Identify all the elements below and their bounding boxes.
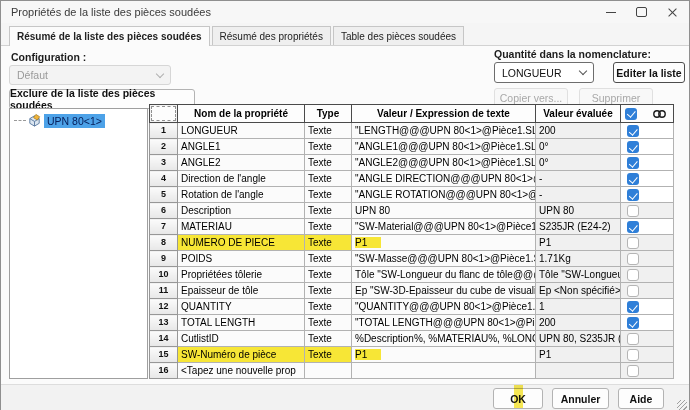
row-number[interactable]: 13 [150, 315, 178, 331]
tree-item-upn80[interactable]: UPN 80<1> [14, 113, 147, 128]
ok-button[interactable]: OK [493, 388, 543, 409]
cell-link-checkbox[interactable] [621, 267, 674, 283]
cell-link-checkbox[interactable] [621, 283, 674, 299]
row-number[interactable]: 15 [150, 347, 178, 363]
checkbox-checked[interactable] [627, 317, 639, 329]
row-number[interactable]: 4 [150, 171, 178, 187]
cell-property-name[interactable]: ANGLE2 [178, 155, 305, 171]
cell-property-name[interactable]: <Tapez une nouvelle prop [178, 363, 305, 379]
cell-type[interactable]: Texte [305, 251, 352, 267]
checkbox-checked[interactable] [627, 173, 639, 185]
cell-property-name[interactable]: QUANTITY [178, 299, 305, 315]
tab-cutlist-table[interactable]: Table des pièces soudées [333, 26, 464, 45]
cell-property-name[interactable]: Propriétées tôlerie [178, 267, 305, 283]
cell-value-expression[interactable]: "ANGLE2@@@UPN 80<1>@Pièce1.SLDPRT" [352, 155, 536, 171]
cell-type[interactable]: Texte [305, 155, 352, 171]
cell-type[interactable]: Texte [305, 219, 352, 235]
row-number[interactable]: 16 [150, 363, 178, 379]
cell-property-name[interactable]: Direction de l'angle [178, 171, 305, 187]
checkbox-unchecked[interactable] [627, 349, 639, 361]
cell-type[interactable]: Texte [305, 347, 352, 363]
cancel-button[interactable]: Annuler [552, 388, 609, 409]
cell-type[interactable]: Texte [305, 235, 352, 251]
cell-type[interactable] [305, 363, 352, 379]
cell-link-checkbox[interactable] [621, 331, 674, 347]
cell-value-expression[interactable]: "ANGLE ROTATION@@@UPN 80<1>@Pièce1.SLD [352, 187, 536, 203]
cell-property-name[interactable]: TOTAL LENGTH [178, 315, 305, 331]
cell-property-name[interactable]: SW-Numéro de pièce [178, 347, 305, 363]
cell-value-expression[interactable]: "SW-Material@@@UPN 80<1>@Pièce1.SLDPRT" [352, 219, 536, 235]
cell-property-name[interactable]: CutlistID [178, 331, 305, 347]
row-number[interactable]: 2 [150, 139, 178, 155]
row-number[interactable]: 14 [150, 331, 178, 347]
cell-value-expression[interactable]: "QUANTITY@@@UPN 80<1>@Pièce1.SLDPRT" [352, 299, 536, 315]
edit-list-button[interactable]: Editer la liste [613, 62, 685, 83]
cell-type[interactable]: Texte [305, 187, 352, 203]
help-button[interactable]: Aide [618, 388, 664, 409]
cell-link-checkbox[interactable] [621, 171, 674, 187]
maximize-button[interactable] [626, 1, 657, 23]
cell-link-checkbox[interactable] [621, 187, 674, 203]
cell-type[interactable]: Texte [305, 283, 352, 299]
checkbox-checked[interactable] [627, 301, 639, 313]
row-number[interactable]: 3 [150, 155, 178, 171]
cell-property-name[interactable]: ANGLE1 [178, 139, 305, 155]
cell-link-checkbox[interactable] [621, 251, 674, 267]
checkbox-unchecked[interactable] [627, 205, 639, 217]
cell-value-expression[interactable]: P1 [352, 235, 536, 251]
cell-value-expression[interactable]: "SW-Masse@@@UPN 80<1>@Pièce1.SLDPRT"Kg [352, 251, 536, 267]
checkbox-unchecked[interactable] [627, 253, 639, 265]
cell-value-expression[interactable]: "ANGLE1@@@UPN 80<1>@Pièce1.SLDPRT" [352, 139, 536, 155]
cell-link-checkbox[interactable] [621, 315, 674, 331]
row-number[interactable]: 9 [150, 251, 178, 267]
cell-type[interactable]: Texte [305, 139, 352, 155]
cell-link-checkbox[interactable] [621, 139, 674, 155]
tab-cutlist-summary[interactable]: Résumé de la liste des pièces soudées [9, 26, 210, 46]
checkbox-unchecked[interactable] [627, 237, 639, 249]
cell-link-checkbox[interactable] [621, 203, 674, 219]
select-all-checkbox[interactable] [625, 108, 637, 120]
checkbox-checked[interactable] [627, 141, 639, 153]
checkbox-unchecked[interactable] [627, 269, 639, 281]
cell-property-name[interactable]: NUMERO DE PIECE [178, 235, 305, 251]
resize-grip-icon[interactable] [677, 400, 687, 410]
close-button[interactable] [657, 1, 688, 23]
cell-value-expression[interactable]: "LENGTH@@@UPN 80<1>@Pièce1.SLDPRT" [352, 123, 536, 139]
cell-link-checkbox[interactable] [621, 299, 674, 315]
cell-link-checkbox[interactable] [621, 155, 674, 171]
cell-property-name[interactable]: POIDS [178, 251, 305, 267]
cell-value-expression[interactable] [352, 363, 536, 379]
cell-type[interactable]: Texte [305, 203, 352, 219]
cell-value-expression[interactable]: Tôle "SW-Longueur du flanc de tôle@@@UPN… [352, 267, 536, 283]
cell-type[interactable]: Texte [305, 299, 352, 315]
cell-type[interactable]: Texte [305, 331, 352, 347]
cell-type[interactable]: Texte [305, 315, 352, 331]
row-number[interactable]: 6 [150, 203, 178, 219]
cell-value-expression[interactable]: P1 [352, 347, 536, 363]
row-number[interactable]: 8 [150, 235, 178, 251]
configuration-select[interactable]: Défaut [9, 65, 171, 85]
cell-value-expression[interactable]: %Description%, %MATERIAU%, %LONGUEUR%, % [352, 331, 536, 347]
cell-property-name[interactable]: MATERIAU [178, 219, 305, 235]
checkbox-checked[interactable] [627, 221, 639, 233]
column-header-value[interactable]: Valeur / Expression de texte [352, 105, 536, 123]
cell-value-expression[interactable]: "TOTAL LENGTH@@@UPN 80<1>@Pièce1.SLDPRT [352, 315, 536, 331]
cell-property-name[interactable]: Epaisseur de tôle [178, 283, 305, 299]
cell-value-expression[interactable]: Ep "SW-3D-Epaisseur du cube de visualisa… [352, 283, 536, 299]
bom-quantity-select[interactable]: LONGUEUR [494, 62, 594, 83]
checkbox-checked[interactable] [627, 157, 639, 169]
cell-link-checkbox[interactable] [621, 123, 674, 139]
cell-link-checkbox[interactable] [621, 347, 674, 363]
cell-link-checkbox[interactable] [621, 219, 674, 235]
cell-link-checkbox[interactable] [621, 363, 674, 379]
tab-properties-summary[interactable]: Résumé des propriétés [212, 26, 331, 45]
row-number[interactable]: 5 [150, 187, 178, 203]
cell-type[interactable]: Texte [305, 267, 352, 283]
column-header-name[interactable]: Nom de la propriété [178, 105, 305, 123]
minimize-button[interactable] [595, 1, 626, 23]
cell-property-name[interactable]: LONGUEUR [178, 123, 305, 139]
cell-property-name[interactable]: Description [178, 203, 305, 219]
row-number[interactable]: 10 [150, 267, 178, 283]
cell-value-expression[interactable]: UPN 80 [352, 203, 536, 219]
checkbox-unchecked[interactable] [627, 285, 639, 297]
